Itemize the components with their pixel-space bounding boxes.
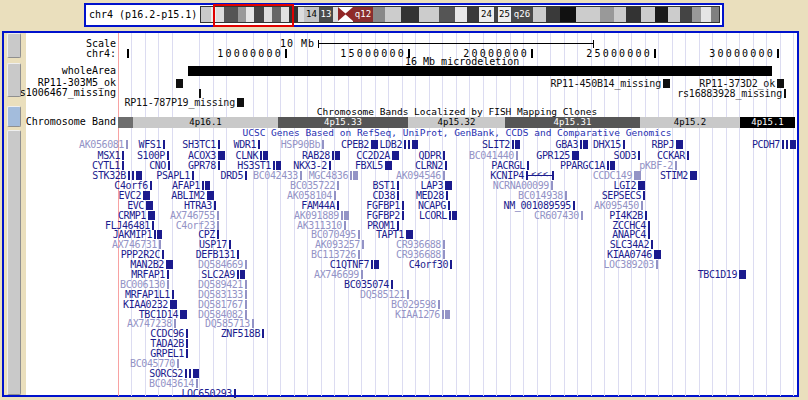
gene-item[interactable]: CLNK [260,151,268,160]
gene-item[interactable]: GPR78 [218,161,220,170]
gene-item[interactable]: BC045770 [177,359,179,368]
gene-item[interactable]: USP17 [229,240,231,249]
gene-item[interactable]: CC2D2A [392,151,399,160]
gene-item[interactable]: AK095450 [641,201,643,210]
ideogram-band[interactable] [401,7,419,22]
chromosome-band-track-button[interactable] [7,106,21,127]
chromosome-band-segment[interactable] [118,117,133,128]
ideogram-band[interactable] [455,7,467,22]
gene-item[interactable]: LOC389203 [656,260,658,269]
ideogram-band[interactable] [546,7,560,22]
ideogram-band[interactable]: 25 [498,7,511,22]
gene-item[interactable]: AK094546 [443,171,445,180]
gene-item[interactable]: KIAA0232 [170,300,177,309]
gene-item[interactable]: FBXL5 [385,161,392,170]
gene-item[interactable]: CD38 [397,191,399,200]
ideogram-band[interactable]: q12 [353,7,373,22]
gene-item[interactable]: QDPR [443,151,445,160]
chromosome-band-segment[interactable]: 4p15.1 [740,117,795,128]
gene-item[interactable]: JAKMIP1 [154,230,162,239]
gene-item[interactable]: FGFBP1 [402,201,404,210]
gene-item[interactable]: CCDC149 [634,171,641,180]
gene-item[interactable]: C4orf30 [450,260,452,269]
gene-item[interactable]: BC014938 [565,191,567,200]
gene-item[interactable]: S100P [167,151,169,160]
gene-item[interactable]: KCNIP4<<< [526,171,554,180]
gene-item[interactable]: LGI2 [638,181,645,190]
gene-item[interactable]: BC029598 [438,300,440,309]
gene-item[interactable]: CPEB2 [371,140,378,149]
ideogram-band[interactable] [419,7,439,22]
gene-item[interactable]: DHX15 [623,140,625,149]
chromosome-band-segment[interactable]: 4p15.33 [278,117,408,128]
gene-item[interactable]: MRFAP1L1 [172,290,174,299]
ideogram-band[interactable] [641,7,655,22]
gene-item[interactable]: STIM2 [690,171,697,180]
gene-item[interactable]: ANAPC4 [648,230,650,239]
ideogram-band[interactable]: 14 [304,7,319,22]
gene-item[interactable]: pKBF-2 [675,161,677,170]
gene-item[interactable]: CRMP1 [148,211,155,220]
ideogram-band[interactable] [201,7,211,22]
ideogram-band[interactable] [655,7,668,22]
ideogram-band[interactable] [711,7,719,22]
gene-item[interactable]: CCDC96 [186,329,188,338]
gene-item[interactable]: LOC650293 [234,389,236,398]
gene-item[interactable]: PSAPL1 [192,171,194,180]
gene-item[interactable]: GBA3 [580,140,588,149]
gene-item[interactable]: BC113726 [358,250,360,259]
gene-item[interactable]: LAP3 [445,181,452,190]
gene-item[interactable]: C4orf6 [150,181,152,190]
gene-item[interactable]: HS3ST1 [273,161,281,170]
gene-item[interactable]: C1QTNF7 [371,260,379,269]
gene-item[interactable]: WFS1 [163,140,165,149]
gene-item[interactable]: AK056081 [126,140,128,149]
ideogram-band[interactable] [692,7,701,22]
chromosome-band-segment[interactable]: 4p16.1 [133,117,278,128]
ideogram-band[interactable] [701,7,711,22]
gene-item[interactable]: GPR125 [572,151,579,160]
gene-item[interactable]: PPARGC1A [607,161,615,170]
gene-item[interactable]: LDB2 [404,140,418,149]
fish-clone-item[interactable]: RP11-373D2_ok [777,79,784,88]
gene-item[interactable]: NKX3-2 [329,161,331,170]
gene-item[interactable]: PCDH7 [782,140,796,149]
ideogram-band[interactable] [668,7,680,22]
chromosome-band-segment[interactable]: 4p15.31 [505,117,640,128]
gene-item[interactable]: RBPJ [676,140,683,149]
gene-item[interactable]: DRD5 [245,171,247,180]
gene-item[interactable]: KIAA0746 [654,250,661,259]
fish-track-button[interactable] [7,63,21,97]
gene-item[interactable]: DQ584669 [245,260,247,269]
gene-item[interactable]: BC043614 [196,379,198,388]
gene-item[interactable]: DQ581767 [245,300,247,309]
gene-item[interactable]: BC006130 [167,280,169,289]
gene-item[interactable]: AFAP1 [202,181,210,190]
gene-item[interactable]: SOD3 [638,151,640,160]
gene-item[interactable]: CYTL1 [122,161,124,170]
gene-item[interactable]: CR936688 [443,250,445,259]
gene-item[interactable]: KIAA1276 [442,310,450,319]
gene-item[interactable]: TADA2B [186,339,188,348]
gene-item[interactable]: ZCCHC4 [648,221,650,230]
ideogram-band[interactable]: q26 [511,7,533,22]
gene-item[interactable]: PPP2R2C [162,250,164,259]
gene-item[interactable]: SORCS2 [185,369,199,378]
ideogram-band[interactable] [533,7,546,22]
gene-item[interactable]: BST1 [397,181,399,190]
gene-item[interactable]: DQ583133 [245,290,247,299]
ideogram-band[interactable]: 24 [479,7,494,22]
gene-item[interactable]: DQ585713 [252,319,254,328]
gene-item[interactable]: DQ589421 [245,280,247,289]
fish-clone-item[interactable]: rs16883928_missing [784,89,786,98]
gene-item[interactable]: PI4K2B [645,211,647,220]
gene-item[interactable]: TBC1D14 [180,310,187,319]
ideogram-band[interactable] [600,7,614,22]
gene-item[interactable]: PACRGL [527,161,529,170]
gene-item[interactable]: C4orf23 [217,221,219,230]
gene-item[interactable]: FLJ46481 [152,221,154,230]
gene-item[interactable]: BC041440 [516,151,518,160]
gene-item[interactable]: AX746755 [217,211,219,220]
gene-item[interactable]: FGFBP2 [402,211,404,220]
gene-item[interactable]: FAM44A [337,201,339,210]
